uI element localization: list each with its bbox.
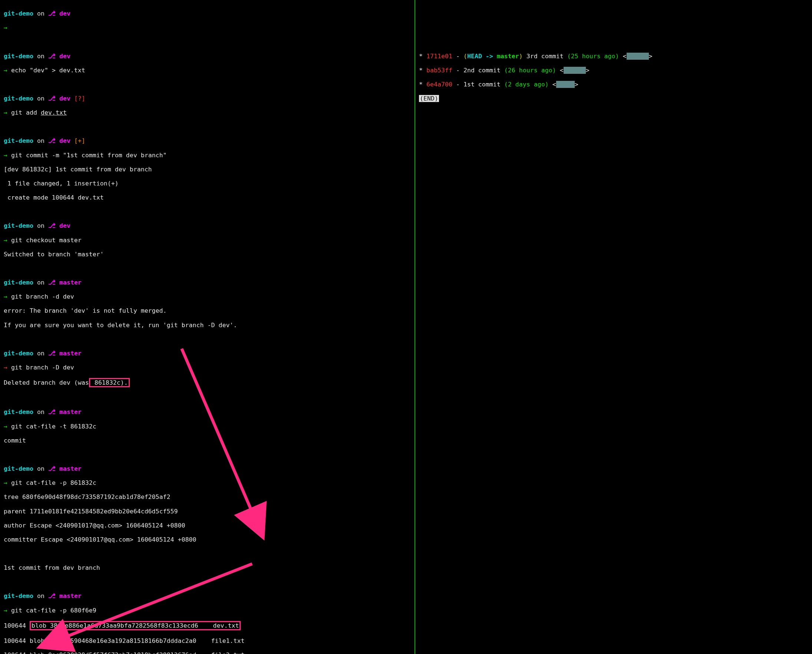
out-committer-line: committer Escape <240901017@qq.com> 1606… [4,536,411,543]
cmd-git-commit: → git commit -m "1st commit from dev bra… [4,152,411,159]
cmd-echo: → echo "dev" > dev.txt [4,67,411,74]
cmd-git-add: → git add dev.txt [4,109,411,116]
branch-icon: ⎇ [48,222,56,229]
prompt-line: git-demo on ⎇ dev [+] [4,137,411,144]
cmd-git-branch-force-delete: → git branch -D dev [4,364,411,371]
branch-icon: ⎇ [48,350,56,357]
out-tree-line: tree 680f6e90d48f98dc733587192cab1d78ef2… [4,494,411,500]
out-error: If you are sure you want to delete it, r… [4,322,411,329]
highlight-blob-box: blob 38f8e886e1a6d733aa9bfa7282568f83c13… [30,621,241,630]
tree-row: 100644 blob 0ac9638029d5f57f672ab7e1818b… [4,651,411,654]
pager-end: (END) [419,95,808,102]
out-commit: [dev 861832c] 1st commit from dev branch [4,166,411,173]
redacted-author: xxxxxx [563,67,586,74]
branch-icon: ⎇ [48,465,56,472]
prompt-line: git-demo on ⎇ dev [4,222,411,229]
prompt-arrow: → [4,24,411,31]
out-type: commit [4,437,411,444]
redacted-author: xxxxxx [627,53,649,60]
cmd-git-branch-d: → git branch -d dev [4,293,411,300]
out-commit-msg: 1st commit from dev branch [4,564,411,571]
prompt-line: git-demo on ⎇ dev [4,53,411,60]
log-row: * 6e4a700 - 1st commit (2 days ago) <xxx… [419,81,808,88]
log-row: * bab53ff - 2nd commit (26 hours ago) <x… [419,67,808,74]
tree-row: 100644 blob 38f8e886e1a6d733aa9bfa728256… [4,621,411,630]
terminal-right-pane[interactable]: * 1711e01 - (HEAD -> master) 3rd commit … [415,0,812,654]
prompt-line: git-demo on ⎇ master [4,350,411,357]
tree-row: 100644 blob 42d995590468e16e3a192a815181… [4,637,411,644]
branch-icon: ⎇ [48,95,56,102]
terminal-left-pane[interactable]: git-demo on ⎇ dev → git-demo on ⎇ dev → … [0,0,415,654]
prompt-line: git-demo on ⎇ master [4,279,411,286]
prompt-line: git-demo on ⎇ dev [4,10,411,17]
log-row: * 1711e01 - (HEAD -> master) 3rd commit … [419,53,808,60]
branch-icon: ⎇ [48,53,56,60]
cmd-cat-file-t: → git cat-file -t 861832c [4,423,411,430]
cmd-cat-file-p-commit: → git cat-file -p 861832c [4,479,411,486]
cmd-cat-file-p-tree: → git cat-file -p 680f6e9 [4,607,411,614]
prompt-line: git-demo on ⎇ master [4,408,411,416]
out-deleted: Deleted branch dev (was 861832c). [4,378,411,387]
out-commit: 1 file changed, 1 insertion(+) [4,180,411,187]
redacted-author: xxxxx [556,81,575,88]
out-parent-line: parent 1711e0181fe421584582ed9bb20e64cd6… [4,508,411,515]
prompt-line: git-demo on ⎇ master [4,593,411,599]
branch-icon: ⎇ [48,279,56,286]
prompt-line: git-demo on ⎇ master [4,465,411,472]
branch-icon: ⎇ [48,593,56,599]
branch-icon: ⎇ [48,408,56,416]
highlight-sha-box: 861832c). [89,378,130,387]
out-error: error: The branch 'dev' is not fully mer… [4,307,411,314]
branch-icon: ⎇ [48,137,56,144]
cmd-git-checkout: → git checkout master [4,237,411,244]
prompt-line: git-demo on ⎇ dev [?] [4,95,411,102]
out-author-line: author Escape <240901017@qq.com> 1606405… [4,522,411,529]
branch-icon: ⎇ [48,10,56,17]
out-checkout: Switched to branch 'master' [4,251,411,258]
out-commit: create mode 100644 dev.txt [4,194,411,201]
